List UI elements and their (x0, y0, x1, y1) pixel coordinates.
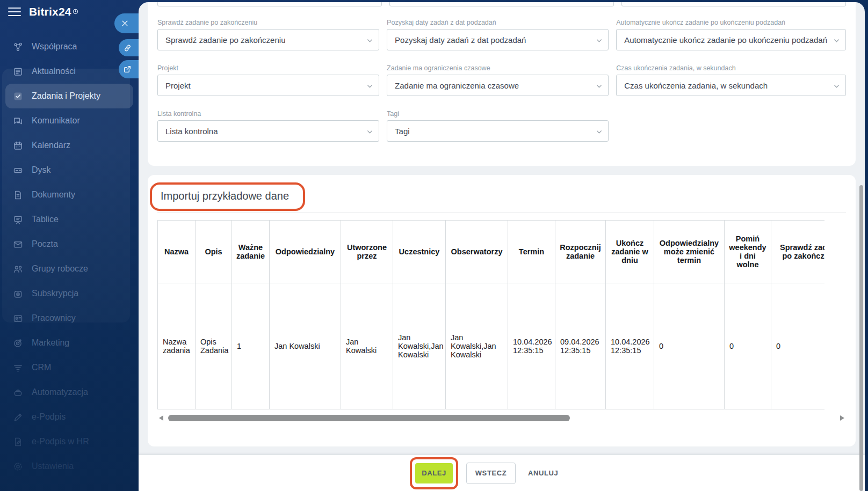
sidebar: Bitrix24 WspółpracaAktualnościZadania i … (0, 0, 139, 491)
sidebar-item-label: Automatyzacja (32, 387, 88, 397)
sidebar-item-label: e-Podpis w HR (32, 437, 89, 446)
select-value: Automatycznie ukończ zadanie po ukończen… (624, 35, 827, 45)
select-value: Projekt (165, 81, 191, 90)
sidebar-item-automatyzacja[interactable]: Automatyzacja (5, 380, 133, 405)
form-field: ProjektProjekt (157, 64, 379, 96)
sidebar-item-crm[interactable]: CRM (5, 355, 133, 380)
field-select[interactable]: Projekt (157, 75, 379, 96)
sidebar-item-dokumenty[interactable]: Dokumenty (5, 182, 133, 207)
select-value: Zadanie ma ograniczenia czasowe (395, 81, 519, 90)
sidebar-item-kalendarz[interactable]: Kalendarz (5, 133, 133, 158)
sidebar-item-grupy-robocze[interactable]: Grupy robocze (5, 257, 133, 281)
column-header: Ukończ zadanie w dniu (606, 221, 654, 283)
sidebar-item-label: Tablice (32, 215, 59, 224)
field-select[interactable]: Automatycznie ukończ zadanie po ukończen… (616, 29, 846, 50)
scroll-left-arrow-icon[interactable] (159, 415, 163, 421)
table-cell: 09.04.2026 12:35:15 (555, 283, 606, 409)
table-cell: Opis Zadania (196, 283, 232, 409)
table-cell: 10.04.2026 12:35:15 (606, 283, 654, 409)
select-value: Sprawdź zadanie po zakończeniu (165, 35, 285, 45)
form-field: Pozyskaj daty zadań z dat podzadańPozysk… (387, 19, 609, 50)
table-horizontal-scrollbar[interactable] (157, 414, 846, 422)
cutoff-select-row (157, 2, 846, 6)
sidebar-item-komunikator[interactable]: Komunikator (5, 108, 133, 133)
field-select[interactable]: Zadanie ma ograniczenia czasowe (387, 75, 609, 96)
sidebar-item-zadania-i-projekty[interactable]: Zadania i Projekty (5, 84, 133, 108)
table-header-row: NazwaOpisWażne zadanieOdpowiedzialnyUtwo… (158, 221, 825, 283)
sidebar-item-poczta[interactable]: Poczta (5, 232, 133, 257)
vertical-scrollbar-thumb[interactable] (859, 185, 863, 491)
table-cell: 0 (654, 283, 725, 409)
sidebar-item-wsp-praca[interactable]: Współpraca (5, 34, 133, 59)
sidebar-item-pracownicy[interactable]: Pracownicy (5, 306, 133, 331)
table-cell: 0 (725, 283, 771, 409)
heading-row: Importuj przykładowe dane (157, 175, 846, 212)
tasks-check-icon (12, 90, 24, 102)
sidebar-item-dysk[interactable]: Dysk (5, 158, 133, 182)
field-label: Lista kontrolna (157, 110, 379, 118)
table-cell: Jan Kowalski (341, 283, 393, 409)
external-link-icon (123, 65, 132, 74)
pen-icon (12, 411, 24, 423)
field-label: Sprawdź zadanie po zakończeniu (157, 19, 379, 26)
sidebar-item-label: Kalendarz (32, 141, 70, 150)
sidebar-item-label: Aktualności (32, 67, 76, 76)
select-value: Lista kontrolna (165, 127, 218, 136)
sample-table-container: NazwaOpisWażne zadanieOdpowiedzialnyUtwo… (157, 220, 824, 409)
close-icon (121, 19, 129, 27)
form-field: Czas ukończenia zadania, w sekundachCzas… (616, 64, 846, 96)
table-row: Nazwa zadaniaOpis Zadania1Jan KowalskiJa… (158, 283, 825, 409)
cutoff-select[interactable] (389, 2, 614, 6)
sidebar-item-label: CRM (32, 363, 51, 372)
field-select[interactable]: Lista kontrolna (157, 120, 379, 142)
sidebar-item-label: e-Podpis (32, 412, 66, 422)
section-heading: Importuj przykładowe dane (161, 190, 289, 202)
horizontal-scrollbar-thumb[interactable] (168, 415, 570, 421)
form-field: Sprawdź zadanie po zakończeniuSprawdź za… (157, 19, 379, 50)
task-import-panel: Sprawdź zadanie po zakończeniuSprawdź za… (139, 2, 865, 491)
heading-divider (157, 212, 846, 212)
cutoff-select[interactable] (621, 2, 846, 6)
collaboration-icon (12, 41, 24, 53)
column-header: Odpowiedzialny może zmienić termin (654, 221, 725, 283)
sidebar-item-label: Poczta (32, 239, 58, 249)
form-field: Automatycznie ukończ zadanie po ukończen… (616, 19, 846, 50)
funnel-icon (12, 362, 24, 373)
form-field: Lista kontrolnaLista kontrolna (157, 110, 379, 142)
field-select[interactable]: Czas ukończenia zadania, w sekundach (616, 75, 846, 96)
form-field: TagiTagi (387, 110, 609, 142)
table-cell: Jan Kowalski,Jan Kowalski (393, 283, 446, 409)
form-field: Zadanie ma ograniczenia czasoweZadanie m… (387, 64, 609, 96)
field-select[interactable]: Sprawdź zadanie po zakończeniu (157, 29, 379, 50)
sidebar-item-tablice[interactable]: Tablice (5, 207, 133, 232)
field-select[interactable]: Tagi (387, 120, 609, 142)
field-label: Automatycznie ukończ zadanie po ukończen… (616, 19, 846, 26)
doc-pen-icon (12, 436, 24, 448)
sidebar-item-label: Współpraca (32, 42, 77, 52)
sidebar-item-e-podpis-w-hr[interactable]: e-Podpis w HR (5, 429, 133, 454)
sidebar-item-e-podpis[interactable]: e-Podpis (5, 405, 133, 429)
sidebar-item-marketing[interactable]: Marketing (5, 331, 133, 355)
column-header: Sprawdź zadanie po zakończeniu (771, 221, 825, 283)
mapping-form-grid: Sprawdź zadanie po zakończeniuSprawdź za… (157, 19, 846, 156)
back-button[interactable]: WSTECZ (466, 463, 516, 484)
cutoff-select[interactable] (157, 2, 382, 6)
scroll-right-arrow-icon[interactable] (840, 415, 844, 421)
sidebar-item-ustawienia[interactable]: Ustawienia (5, 454, 133, 479)
field-label: Zadanie ma ograniczenia czasowe (387, 64, 609, 72)
sidebar-item-aktualno-ci[interactable]: Aktualności (5, 59, 133, 84)
column-header: Ważne zadanie (232, 221, 270, 283)
hamburger-menu-icon[interactable] (8, 6, 21, 17)
cancel-button[interactable]: ANULUJ (522, 463, 565, 484)
column-header: Rozpocznij zadanie (555, 221, 606, 283)
select-value: Pozyskaj daty zadań z dat podzadań (395, 35, 526, 45)
field-select[interactable]: Pozyskaj daty zadań z dat podzadań (387, 29, 609, 50)
field-label: Pozyskaj daty zadań z dat podzadań (387, 19, 609, 26)
sidebar-item-subskrypcja[interactable]: Subskrypcja (5, 281, 133, 306)
sidebar-item-label: Grupy robocze (32, 264, 88, 274)
open-in-new-window-button[interactable] (119, 60, 139, 78)
next-button[interactable]: DALEJ (415, 463, 453, 483)
close-panel-button[interactable] (114, 13, 139, 33)
table-cell: Jan Kowalski,Jan Kowalski (446, 283, 508, 409)
copy-link-button[interactable] (119, 39, 139, 56)
